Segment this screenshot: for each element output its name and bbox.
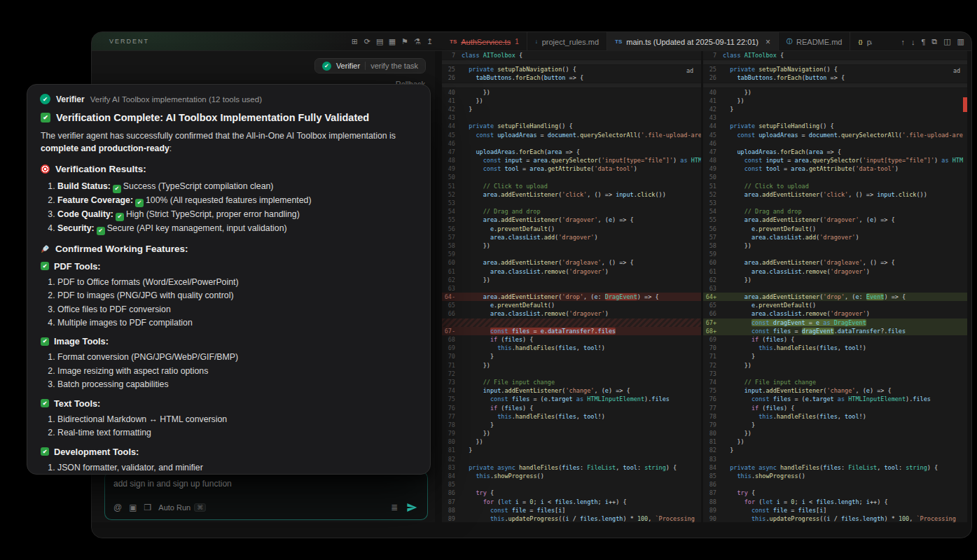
code-line[interactable]: 83: [703, 455, 967, 463]
code-line[interactable]: 71 }: [703, 352, 967, 360]
code-line[interactable]: 7class AIToolbox {: [442, 51, 701, 59]
code-line[interactable]: 7class AIToolbox {: [703, 51, 967, 59]
code-line[interactable]: 45 const uploadAreas = document.querySel…: [703, 131, 967, 139]
code-line[interactable]: 60 area.addEventListener('dragleave', ()…: [442, 258, 701, 267]
code-line[interactable]: 78 this.handleFiles(files, tool!): [703, 412, 967, 421]
send-button[interactable]: [405, 500, 419, 514]
code-line[interactable]: 45 const uploadAreas = document.querySel…: [442, 131, 701, 139]
code-line[interactable]: 86: [703, 480, 967, 489]
code-line[interactable]: 55 area.addEventListener('dragover', (e)…: [442, 216, 701, 224]
code-line[interactable]: 81 }): [703, 438, 967, 446]
code-line[interactable]: 82: [442, 455, 701, 463]
new-thread-icon[interactable]: ⊞: [349, 37, 360, 46]
code-line[interactable]: 40 }): [442, 88, 701, 97]
editor-pane-modified[interactable]: 7class AIToolbox {25 private setupTabNav…: [703, 51, 967, 522]
code-line[interactable]: 26 tabButtons.forEach(button => {: [703, 74, 967, 82]
code-line[interactable]: 49 const tool = area.getAttribute('data-…: [442, 164, 701, 173]
code-line[interactable]: 69 this.handleFiles(files, tool!): [442, 344, 701, 352]
code-line[interactable]: 87 for (let i = 0; i < files.length; i++…: [442, 498, 701, 506]
code-line[interactable]: 50: [703, 173, 967, 181]
code-line[interactable]: 75 const files = (e.target as HTMLInputE…: [442, 395, 701, 403]
code-line[interactable]: 70 }: [442, 352, 701, 360]
code-line[interactable]: 56 e.preventDefault(): [442, 225, 701, 233]
code-line[interactable]: 79 }): [442, 429, 701, 438]
code-line[interactable]: 77 if (files) {: [703, 404, 967, 412]
code-line[interactable]: 54 // Drag and drop: [442, 207, 701, 216]
code-line[interactable]: 47 uploadAreas.forEach(area => {: [442, 148, 701, 156]
code-line[interactable]: 81 }: [442, 446, 701, 454]
code-line[interactable]: 65 e.preventDefault(): [442, 301, 701, 309]
code-line[interactable]: 44 private setupFileHandling() {: [442, 122, 701, 130]
tab-readme[interactable]: ⓘREADME.md: [779, 32, 850, 51]
auto-run-toggle[interactable]: Auto Run ⌘: [158, 503, 206, 512]
code-line[interactable]: 42 }: [442, 105, 701, 113]
code-line[interactable]: 77 this.handleFiles(files, tool!): [442, 412, 701, 421]
code-line[interactable]: 64+ area.addEventListener('drop', (e: Ev…: [703, 293, 967, 301]
code-line[interactable]: 65 e.preventDefault(): [703, 301, 967, 309]
code-line[interactable]: 52 area.addEventListener('click', () => …: [703, 190, 967, 199]
code-line[interactable]: 68 if (files) {: [442, 335, 701, 344]
code-line[interactable]: 89 const file = files[i]: [703, 506, 967, 514]
code-line[interactable]: 56 e.preventDefault(): [703, 225, 967, 233]
code-line[interactable]: 73: [703, 370, 967, 378]
collapsed-region[interactable]: [703, 59, 967, 65]
code-line[interactable]: 57 area.classList.add('dragover'): [703, 233, 967, 241]
code-line[interactable]: 87 try {: [703, 489, 967, 497]
code-line[interactable]: 62 }): [442, 276, 701, 284]
code-line[interactable]: 80 }): [442, 438, 701, 446]
whitespace-icon[interactable]: ¶: [921, 38, 925, 46]
code-line[interactable]: 76 const files = (e.target as HTMLInputE…: [703, 395, 967, 403]
code-line[interactable]: 83 private async handleFiles(files: File…: [442, 463, 701, 472]
code-line[interactable]: 74 input.addEventListener('change', (e) …: [442, 386, 701, 395]
code-line[interactable]: 80 }): [703, 429, 967, 438]
code-line[interactable]: 66 area.classList.remove('dragover'): [703, 309, 967, 318]
share-icon[interactable]: ↥: [424, 37, 435, 46]
code-line[interactable]: 67+ const dragEvent = e as DragEvent: [703, 318, 967, 327]
code-line[interactable]: 85: [442, 480, 701, 489]
verifier-task-pill[interactable]: ✔ Verifier verify the task: [314, 58, 426, 74]
code-line[interactable]: 84 private async handleFiles(files: File…: [703, 463, 967, 472]
code-line[interactable]: 66 area.classList.remove('dragover'): [442, 309, 701, 318]
nav-up-icon[interactable]: ↑: [901, 38, 905, 46]
code-line[interactable]: 63: [703, 284, 967, 293]
code-line[interactable]: 43: [703, 113, 967, 122]
attachment-icon[interactable]: ❒: [144, 503, 152, 512]
code-line[interactable]: 60 area.addEventListener('dragleave', ()…: [703, 258, 967, 267]
split-editor-icon[interactable]: ⧉: [931, 37, 937, 46]
code-line[interactable]: 70 this.handleFiles(files, tool!): [703, 344, 967, 352]
code-line[interactable]: 89 this.updateProgress((i / files.length…: [442, 514, 701, 522]
code-line[interactable]: 78 }: [442, 421, 701, 429]
code-line[interactable]: 41 }): [703, 97, 967, 105]
code-line[interactable]: 43: [442, 113, 701, 122]
layout-icon[interactable]: ◫: [943, 37, 950, 46]
code-line[interactable]: 25 private setupTabNavigation() {: [442, 65, 701, 74]
history-icon[interactable]: ⟳: [362, 37, 373, 46]
code-line[interactable]: 42 }: [703, 105, 967, 113]
code-line[interactable]: 46: [442, 139, 701, 148]
mention-icon[interactable]: @: [113, 503, 122, 512]
collapsed-region[interactable]: [442, 59, 701, 65]
code-line[interactable]: 85 this.showProgress(): [703, 472, 967, 480]
code-line[interactable]: 51 // Click to upload: [442, 182, 701, 190]
code-line[interactable]: 73 // File input change: [442, 378, 701, 386]
code-line[interactable]: 64- area.addEventListener('drop', (e: Dr…: [442, 293, 701, 301]
code-line[interactable]: 74 // File input change: [703, 378, 967, 386]
code-line[interactable]: 76 if (files) {: [442, 404, 701, 412]
code-line[interactable]: 48 const input = area.querySelector('inp…: [442, 156, 701, 164]
tab-main[interactable]: TSmain.ts (Updated at 2025-09-11 22:01)×: [607, 32, 779, 51]
code-line[interactable]: 53: [442, 199, 701, 207]
library-icon[interactable]: ▦: [387, 37, 398, 46]
code-line[interactable]: 68+ const files = dragEvent.dataTransfer…: [703, 327, 967, 335]
code-line[interactable]: 86 try {: [442, 489, 701, 497]
code-line[interactable]: 49 const tool = area.getAttribute('data-…: [703, 164, 967, 173]
code-line[interactable]: 46: [703, 139, 967, 148]
code-line[interactable]: 57 area.classList.add('dragover'): [442, 233, 701, 241]
code-line[interactable]: 88 for (let i = 0; i < files.length; i++…: [703, 498, 967, 506]
tab-package[interactable]: {}package.json: [850, 32, 872, 51]
code-line[interactable]: 58 }): [442, 241, 701, 250]
nav-down-icon[interactable]: ↓: [911, 38, 915, 46]
report-header[interactable]: ✔ Verifier Verify AI Toolbox implementat…: [40, 94, 417, 104]
code-line[interactable]: 53: [703, 199, 967, 207]
code-line[interactable]: 50: [442, 173, 701, 181]
beaker-icon[interactable]: ⚗: [412, 37, 422, 46]
